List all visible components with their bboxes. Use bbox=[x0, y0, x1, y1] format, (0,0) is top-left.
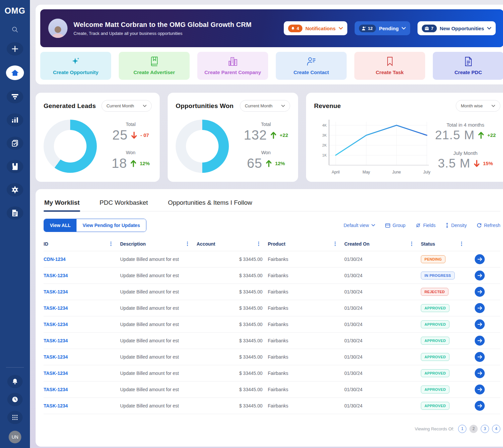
row-created-on: 01/30/24 bbox=[344, 371, 421, 376]
row-created-on: 01/30/24 bbox=[344, 354, 421, 360]
open-row-button[interactable] bbox=[475, 385, 485, 394]
row-id-link[interactable]: TASK-1234 bbox=[44, 305, 120, 311]
view-pending-button[interactable]: View Pending for Updates bbox=[77, 219, 146, 232]
create-parent-company-card[interactable]: Create Parent Company bbox=[197, 52, 268, 80]
xtick-may: May bbox=[363, 170, 370, 174]
row-id-link[interactable]: CDN-1234 bbox=[44, 257, 120, 262]
worklist-table-body: CDN-1234 Update Billed amount for est $ … bbox=[44, 251, 500, 414]
page-button-1[interactable]: 1 bbox=[458, 425, 466, 433]
clock-icon[interactable] bbox=[7, 393, 23, 406]
ytick-2k: 2K bbox=[322, 143, 327, 147]
total-4-months-delta: +22 bbox=[487, 132, 496, 138]
arrow-up-icon bbox=[477, 131, 485, 139]
create-task-card[interactable]: Create Task bbox=[354, 52, 425, 80]
funnel-icon[interactable] bbox=[7, 90, 23, 103]
book-icon[interactable] bbox=[7, 160, 23, 173]
home-icon[interactable] bbox=[6, 65, 24, 80]
view-all-button[interactable]: View ALL bbox=[44, 219, 77, 232]
arrow-up-icon bbox=[130, 160, 137, 168]
worklist-section: My Worklist PDC Workbasket Opportunities… bbox=[36, 189, 503, 447]
banner-title: Welcome Matt Corbran to the OMG Global G… bbox=[74, 21, 278, 29]
open-row-button[interactable] bbox=[475, 352, 485, 362]
row-account: $ 33445.00 bbox=[197, 371, 268, 376]
row-description: Update Billed amount for est bbox=[120, 371, 197, 376]
row-product: Fairbanks bbox=[268, 387, 344, 392]
new-opportunities-button[interactable]: 7 New Opportunities bbox=[418, 21, 496, 35]
july-month-delta: 15% bbox=[483, 161, 493, 166]
column-menu-icon[interactable] bbox=[110, 242, 111, 246]
xtick-june: June bbox=[392, 170, 401, 174]
top-section: Welcome Matt Corbran to the OMG Global G… bbox=[36, 5, 503, 84]
search-icon[interactable] bbox=[11, 26, 19, 34]
open-row-button[interactable] bbox=[475, 336, 485, 346]
open-row-button[interactable] bbox=[475, 254, 485, 264]
opportunities-won-filter-dropdown[interactable]: Current Month bbox=[240, 100, 290, 112]
refresh-button[interactable]: Refresh bbox=[477, 223, 500, 228]
column-account: Account bbox=[197, 241, 215, 247]
row-product: Fairbanks bbox=[268, 257, 344, 262]
arrow-up-icon bbox=[270, 131, 277, 139]
column-menu-icon[interactable] bbox=[461, 242, 462, 246]
open-row-button[interactable] bbox=[475, 271, 485, 280]
row-id-link[interactable]: TASK-1234 bbox=[44, 403, 120, 408]
create-pdc-card[interactable]: Create PDC bbox=[433, 52, 503, 80]
gear-icon[interactable] bbox=[7, 183, 23, 196]
revenue-filter-dropdown[interactable]: Month wise bbox=[456, 100, 500, 112]
row-id-link[interactable]: TASK-1234 bbox=[44, 387, 120, 392]
bar-chart-icon[interactable] bbox=[7, 113, 23, 127]
row-id-link[interactable]: TASK-1234 bbox=[44, 322, 120, 327]
column-menu-icon[interactable] bbox=[335, 242, 336, 246]
table-footer: Viewing Records Of: 1 2 3 4 bbox=[44, 414, 500, 443]
column-menu-icon[interactable] bbox=[411, 242, 412, 246]
docs-check-icon[interactable] bbox=[7, 137, 23, 150]
row-id-link[interactable]: TASK-1234 bbox=[44, 289, 120, 294]
row-description: Update Billed amount for est bbox=[120, 305, 197, 311]
create-opportunity-card[interactable]: Create Opportunity bbox=[40, 52, 111, 80]
page-button-3[interactable]: 3 bbox=[481, 425, 489, 433]
apps-grid-icon[interactable] bbox=[7, 411, 23, 424]
total-value: 25 bbox=[112, 128, 128, 143]
column-description: Description bbox=[120, 241, 146, 247]
file-icon[interactable] bbox=[7, 206, 23, 220]
column-menu-icon[interactable] bbox=[258, 242, 259, 246]
row-id-link[interactable]: TASK-1234 bbox=[44, 354, 120, 360]
bell-icon[interactable] bbox=[7, 375, 23, 388]
plus-icon[interactable] bbox=[7, 42, 23, 56]
open-row-button[interactable] bbox=[475, 401, 485, 411]
row-description: Update Billed amount for est bbox=[120, 322, 197, 327]
row-created-on: 01/30/24 bbox=[344, 257, 421, 262]
row-account: $ 33445.00 bbox=[197, 273, 268, 278]
open-row-button[interactable] bbox=[475, 319, 485, 329]
tab-my-worklist[interactable]: My Worklist bbox=[44, 196, 80, 211]
create-advertiser-card[interactable]: Create Advertiser bbox=[119, 52, 190, 80]
open-row-button[interactable] bbox=[475, 368, 485, 378]
quick-actions-row: Create Opportunity Create Advertiser Cre… bbox=[40, 52, 503, 80]
create-contact-card[interactable]: Create Contact bbox=[276, 52, 347, 80]
tab-opportunities-items-i-follow[interactable]: Opportunities & Items I Follow bbox=[167, 196, 253, 211]
status-badge: APPROVED bbox=[421, 386, 449, 393]
table-row: TASK-1234 Update Billed amount for est $… bbox=[44, 398, 500, 414]
opportunities-won-donut bbox=[176, 120, 229, 173]
tab-pdc-workbasket[interactable]: PDC Workbasket bbox=[99, 196, 148, 211]
row-account: $ 33445.00 bbox=[197, 354, 268, 360]
row-id-link[interactable]: TASK-1234 bbox=[44, 273, 120, 278]
open-row-button[interactable] bbox=[475, 287, 485, 297]
row-id-link[interactable]: TASK-1234 bbox=[44, 371, 120, 376]
row-id-link[interactable]: TASK-1234 bbox=[44, 338, 120, 343]
page-button-4[interactable]: 4 bbox=[492, 425, 500, 433]
column-menu-icon[interactable] bbox=[187, 242, 188, 246]
group-button[interactable]: Group bbox=[385, 223, 406, 228]
generated-leads-filter-dropdown[interactable]: Current Month bbox=[101, 100, 152, 112]
fields-button[interactable]: Fields bbox=[416, 223, 435, 228]
table-row: TASK-1234 Update Billed amount for est $… bbox=[44, 365, 500, 382]
user-avatar[interactable]: UN bbox=[9, 431, 21, 443]
quick-action-label: Create Opportunity bbox=[53, 69, 98, 75]
notifications-count: 4 bbox=[297, 26, 299, 31]
pending-button[interactable]: 12 Pending bbox=[355, 21, 411, 35]
notifications-button[interactable]: 4 Notifications bbox=[284, 21, 347, 35]
row-account: $ 33445.00 bbox=[197, 322, 268, 327]
page-button-2[interactable]: 2 bbox=[469, 425, 478, 433]
default-view-dropdown[interactable]: Default view bbox=[344, 223, 375, 228]
open-row-button[interactable] bbox=[475, 303, 485, 313]
density-button[interactable]: Density bbox=[445, 223, 467, 228]
